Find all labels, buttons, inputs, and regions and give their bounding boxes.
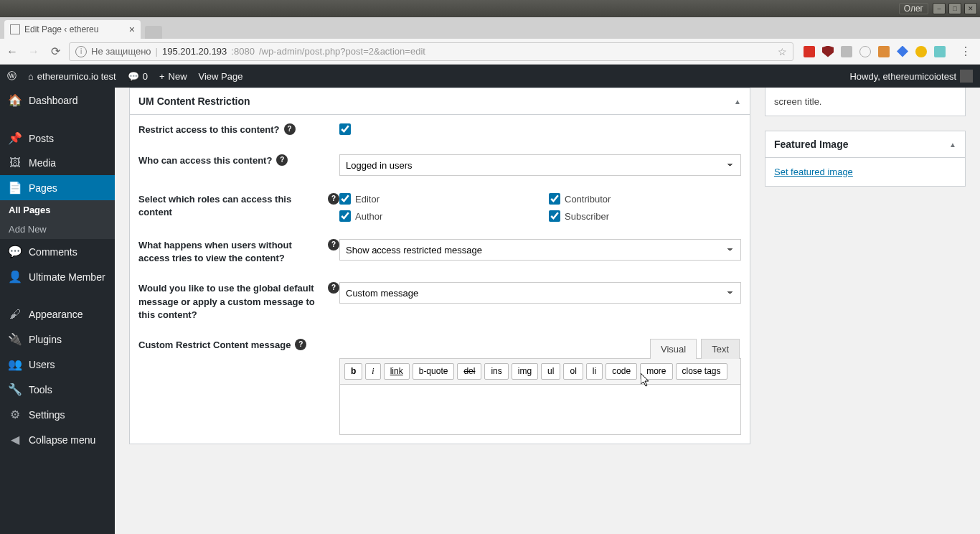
collapse-icon: ◀ [9,433,22,446]
window-minimize[interactable]: – [933,3,946,14]
tool-img[interactable]: img [512,363,538,380]
who-access-label: Who can access this content? [138,154,272,167]
tool-italic[interactable]: i [365,363,380,380]
tool-bquote[interactable]: b-quote [413,363,455,380]
tool-code[interactable]: code [606,363,637,380]
role-contributor[interactable]: Contributor [549,193,741,205]
sidebar-subitem-all-pages[interactable]: All Pages [0,200,115,220]
tool-link[interactable]: link [384,363,410,380]
ext-icon[interactable] [897,46,908,57]
tool-close-tags[interactable]: close tags [676,363,727,380]
new-tab-button[interactable] [145,26,162,39]
plus-icon: + [159,71,165,82]
roles-label: Select which roles can access this conte… [138,193,324,219]
sidebar-item-users[interactable]: 👥Users [0,352,115,377]
ext-icon[interactable] [822,46,834,57]
toggle-indicator-icon[interactable]: ▲ [734,98,741,106]
window-close[interactable]: ✕ [964,3,977,14]
noaccess-label: What happens when users without access t… [138,239,324,265]
sidebar-item-ultimate-member[interactable]: 👤Ultimate Member [0,264,115,289]
message-type-select[interactable]: Custom message [339,282,741,304]
new-button[interactable]: +New [159,71,187,82]
help-icon[interactable]: ? [328,239,339,250]
window-maximize[interactable]: □ [948,3,961,14]
site-name[interactable]: ⌂ethereumico.io test [28,71,116,82]
featured-image-title: Featured Image [774,139,848,150]
forward-button[interactable]: → [26,44,42,60]
url-port: :8080 [231,46,255,57]
view-page[interactable]: View Page [199,71,243,82]
role-author[interactable]: Author [339,210,532,222]
sidebar-item-pages[interactable]: 📄Pages [0,175,115,200]
extensions [799,46,950,57]
sidebar-item-posts[interactable]: 📌Posts [0,126,115,151]
tool-li[interactable]: li [586,363,603,380]
sidebar-item-comments[interactable]: 💬Comments [0,239,115,264]
info-icon[interactable]: i [75,46,87,57]
admin-sidebar: 🏠Dashboard 📌Posts 🖼Media 📄Pages All Page… [0,88,115,534]
browser-menu-icon[interactable]: ⋮ [956,44,976,58]
help-icon[interactable]: ? [328,193,339,205]
page-icon: 📄 [9,181,22,195]
who-access-select[interactable]: Logged in users [339,154,741,176]
tab-text[interactable]: Text [701,339,740,359]
screen-options-fragment: screen title. [765,88,966,116]
ext-icon[interactable] [915,46,927,57]
restrict-access-checkbox[interactable] [339,123,351,135]
help-icon[interactable]: ? [276,154,288,166]
editor-textarea[interactable] [339,385,741,435]
custom-message-label: Custom Restrict Content message [138,339,291,352]
noaccess-select[interactable]: Show access restricted message [339,239,741,261]
home-icon: ⌂ [28,71,34,82]
tool-del[interactable]: del [457,363,481,380]
tool-ins[interactable]: ins [484,363,508,380]
browser-tab[interactable]: Edit Page ‹ ethereu × [4,20,141,39]
ext-icon[interactable] [841,46,852,57]
editor-toolbar: b i link b-quote del ins img ul ol li co… [339,358,741,385]
browser-tab-bar: Edit Page ‹ ethereu × [0,17,980,39]
tab-visual[interactable]: Visual [650,339,697,359]
bookmark-star-icon[interactable]: ☆ [778,46,787,57]
wp-admin-bar: ⓦ ⌂ethereumico.io test 💬0 +New View Page… [0,65,980,88]
comments-button[interactable]: 💬0 [128,71,148,82]
restrict-access-label: Restrict access to this content? [138,123,280,136]
reload-button[interactable]: ⟳ [47,44,63,60]
ext-icon[interactable] [859,46,871,57]
sidebar-item-dashboard[interactable]: 🏠Dashboard [0,88,115,113]
url-field[interactable]: i Не защищено | 195.201.20.193:8080/wp-a… [69,42,793,61]
role-editor[interactable]: Editor [339,193,532,205]
role-subscriber[interactable]: Subscriber [549,210,741,222]
ext-icon[interactable] [804,46,815,57]
collapse-menu[interactable]: ◀Collapse menu [0,427,115,452]
settings-icon: ⚙ [9,408,22,421]
url-path: /wp-admin/post.php?post=2&action=edit [259,46,425,57]
message-type-label: Would you like to use the global default… [138,282,324,322]
avatar [960,70,973,83]
sidebar-item-media[interactable]: 🖼Media [0,151,115,175]
sidebar-subitem-add-new[interactable]: Add New [0,220,115,239]
back-button[interactable]: ← [4,44,20,60]
help-icon[interactable]: ? [328,282,339,294]
box-title: UM Content Restriction [138,95,250,107]
media-icon: 🖼 [9,156,22,169]
window-user: Олег [899,3,928,14]
sidebar-item-tools[interactable]: 🔧Tools [0,377,115,402]
ext-icon[interactable] [878,46,890,57]
help-icon[interactable]: ? [295,339,306,350]
close-icon[interactable]: × [129,24,135,35]
comment-icon: 💬 [128,71,139,82]
sidebar-item-appearance[interactable]: 🖌Appearance [0,302,115,327]
sidebar-item-plugins[interactable]: 🔌Plugins [0,327,115,352]
help-icon[interactable]: ? [284,123,296,135]
tool-ul[interactable]: ul [541,363,560,380]
wp-logo[interactable]: ⓦ [7,70,17,83]
ext-icon[interactable] [934,46,946,57]
howdy-user[interactable]: Howdy, ethereumicoiotest [849,70,973,83]
toggle-indicator-icon[interactable]: ▲ [949,141,956,149]
set-featured-image-link[interactable]: Set featured image [774,167,853,177]
tool-ol[interactable]: ol [563,363,583,380]
user-icon: 👤 [9,270,22,284]
tool-more[interactable]: more [640,363,672,380]
sidebar-item-settings[interactable]: ⚙Settings [0,402,115,427]
tool-bold[interactable]: b [344,363,362,380]
